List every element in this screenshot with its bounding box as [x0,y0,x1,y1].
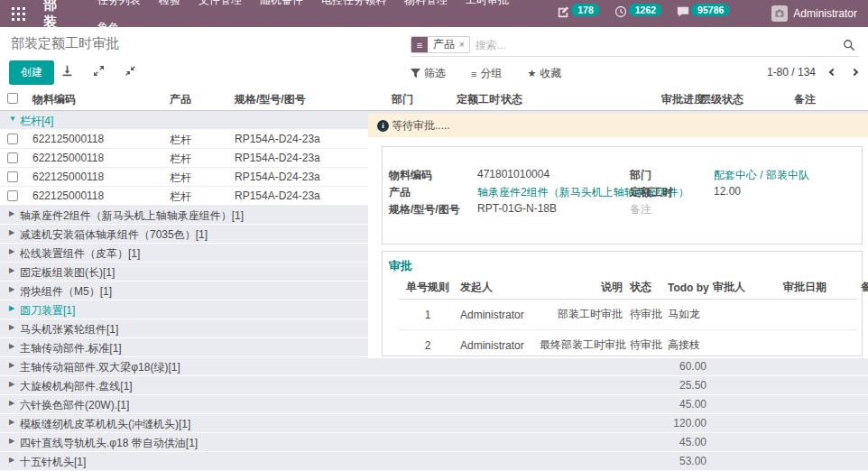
column-header[interactable]: 状态 [501,92,522,107]
clock-icon [614,5,627,22]
caret-right-icon: ▶ [9,437,14,445]
group-row[interactable]: ▶十五针机头[1]53.00 [0,452,868,471]
department-link[interactable]: 配套中心 / 部装中队 [714,168,809,183]
row-checkbox[interactable] [7,171,18,182]
cell-spec: RP154A-D24-23a [235,189,320,202]
row-checkbox[interactable] [7,134,18,144]
top-menu-item[interactable]: 文件管理 [189,0,251,6]
row-checkbox[interactable] [7,152,18,163]
approval-cell: Administrator [457,300,536,330]
group-row[interactable]: ▶模板缝纫机皮革机机头(冲缝机头)[1]120.00 [0,414,868,433]
notification-chat[interactable]: 95786 [677,5,730,22]
column-header[interactable]: 审批进度 [661,92,705,107]
column-header[interactable]: 规格/型号/图号 [235,92,306,107]
pager-prev-icon[interactable] [829,69,836,76]
group-label: 主轴传动箱部件.双大梁φ18(绿)[1] [20,360,180,375]
cell-spec: RP154A-D24-23a [235,133,320,145]
caret-right-icon: ▶ [9,342,14,350]
caret-right-icon: ▶ [9,418,14,426]
search-icon[interactable] [843,39,855,51]
group-label: 圆刀装置[1] [20,303,75,319]
top-menu-item[interactable]: 检验 [150,0,189,6]
caret-right-icon: ▶ [9,228,14,236]
note-label: 备注 [630,202,651,217]
chat-icon [677,5,689,22]
cell-product: 栏杆 [170,171,191,186]
approval-cell: 待审批 [626,300,664,330]
pager-next-icon[interactable] [851,69,858,76]
cell-spec: RP154A-D24-23a [235,171,320,183]
facet-remove-icon[interactable]: × [458,37,469,52]
app-window: 部装 任务列表检验文件管理随机备件电控任务领料物料管理工时审批角色 178126… [0,0,868,471]
approval-card: 审批 单号规则发起人说明状态Todo by审批人审批日期备注1Administr… [382,251,863,356]
caret-right-icon: ▶ [9,380,14,388]
top-menu-item[interactable]: 工时审批 [457,0,518,6]
quota-hours-label: 定额工时 [630,185,673,200]
caret-right-icon: ▶ [9,323,14,331]
group-hours-total: 60.00 [679,360,706,373]
group-label: 轴承座件2组件（新马头机上轴轴承座组件）[1] [20,208,244,224]
caret-down-icon: ▼ [9,115,16,123]
star-icon: ★ [527,68,536,79]
column-header[interactable]: 产品 [170,92,191,107]
approval-cell [780,300,857,330]
status-banner: i 等待审批..... [368,114,868,137]
collapse-icon[interactable] [125,64,136,80]
search-input[interactable] [470,39,843,51]
cell-product: 栏杆 [170,133,191,148]
approval-column-header: 单号规则 [399,276,457,300]
column-header[interactable]: 层级状态 [700,92,743,107]
create-button[interactable]: 创建 [9,60,54,85]
approval-cell: 马如龙 [664,300,709,330]
filters-button[interactable]: 筛选 [411,66,446,81]
group-label: 十五针机头[1] [20,455,86,470]
group-hours-total: 45.00 [679,398,706,411]
approval-cell: 1 [399,300,457,330]
top-bar-right: 178126295786 Administrator [557,5,868,22]
top-menu-item[interactable]: 物料管理 [395,0,457,6]
cell-product: 栏杆 [170,152,191,167]
group-label: 四针直线导轨机头.φ18 带自动供油[1] [20,436,198,451]
select-all-checkbox[interactable] [7,93,18,104]
approval-column-header: 发起人 [457,276,536,300]
app-name[interactable]: 部装 [43,0,70,31]
approval-row[interactable]: 1Administrator部装工时审批待审批马如龙 [399,300,857,330]
cell-material-code: 622125000118 [32,189,104,202]
caret-right-icon: ▶ [9,247,14,255]
approval-row[interactable]: 2Administrator最终部装工时审批待审批高接枝 [399,330,857,361]
approval-cell: 高接枝 [664,330,709,361]
quota-hours-value: 12.00 [714,185,741,198]
caret-right-icon: ▶ [9,399,14,407]
approval-cell: 待审批 [626,330,664,361]
column-header[interactable]: 物料编码 [32,92,76,107]
group-hours-total: 45.00 [679,436,706,448]
notification-clock[interactable]: 1262 [614,5,662,22]
user-menu[interactable]: Administrator [771,5,857,22]
favorites-button[interactable]: ★ 收藏 [527,66,561,81]
column-header[interactable]: 备注 [794,92,816,107]
expand-icon[interactable] [93,64,105,80]
group-row[interactable]: ▶四针直线导轨机头.φ18 带自动供油[1]45.00 [0,433,868,452]
column-header[interactable]: 定额工时 [457,92,500,107]
group-row[interactable]: ▶六针换色部件(20W).[1]45.00 [0,395,868,414]
top-menu-item[interactable]: 任务列表 [88,0,150,6]
list-view: 物料编码产品规格/型号/图号部门定额工时状态审批进度层级状态备注 ▼栏杆[4]6… [0,87,868,471]
row-checkbox[interactable] [7,190,18,201]
top-menu-item[interactable]: 随机备件 [251,0,312,6]
group-row[interactable]: ▶大旋梭机构部件.盘线[1]25.50 [0,376,868,395]
notification-compose[interactable]: 178 [557,5,600,22]
approval-column-header: 状态 [626,276,664,300]
group-hours-total: 25.50 [679,379,706,392]
apps-grid-icon[interactable] [9,4,29,23]
caret-right-icon: ▶ [9,209,14,217]
approval-cell: 2 [399,330,457,361]
group-row[interactable]: ▶主轴传动箱部件.双大梁φ18(绿)[1]60.00 [0,357,868,376]
column-header[interactable]: 部门 [392,92,413,107]
approval-title: 审批 [389,258,412,274]
top-bar: 部装 任务列表检验文件管理随机备件电控任务领料物料管理工时审批角色 178126… [0,0,868,27]
record-detail-card: 物料编码 471801010004 产品 轴承座件2组件（新马头机上轴轴承座组件… [382,146,863,245]
top-menu-item[interactable]: 电控任务领料 [312,0,395,6]
export-download-icon[interactable] [61,64,73,80]
list-header: 物料编码产品规格/型号/图号部门定额工时状态审批进度层级状态备注 [0,87,868,111]
group-by-button[interactable]: ≡ 分组 [471,66,502,81]
